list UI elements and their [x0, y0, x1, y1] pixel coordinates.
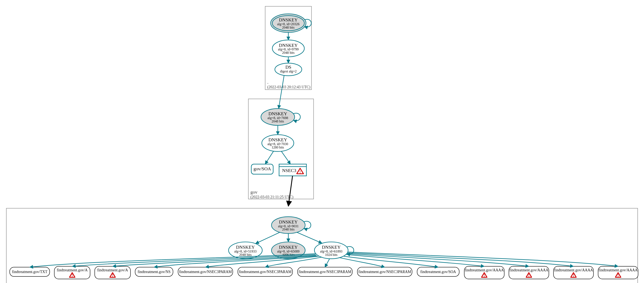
node-gov-nsec3: NSEC3 !: [279, 164, 306, 176]
edge-zskc-aaaa3: [348, 253, 574, 266]
node-root-zsk: DNSKEY alg=8, id=9799 2048 bits: [272, 40, 304, 57]
svg-text:!: !: [484, 274, 485, 278]
svg-text:1280 bits: 1280 bits: [272, 146, 284, 149]
node-gov-soa: gov/SOA: [251, 164, 273, 174]
leaf-aaaa4: findtreatment.gov/AAAA !: [598, 266, 638, 279]
svg-text:findtreatment.gov/NS: findtreatment.gov/NS: [138, 270, 170, 274]
svg-text:findtreatment.gov/AAAA: findtreatment.gov/AAAA: [599, 268, 638, 272]
svg-text:!: !: [573, 274, 574, 278]
svg-text:findtreatment.gov/AAAA: findtreatment.gov/AAAA: [510, 268, 548, 272]
edge-zskc-aaaa4: [348, 252, 618, 266]
edge-zskc-n3p3: [325, 259, 330, 267]
svg-text:DS: DS: [286, 64, 292, 70]
node-root-ds: DS digest alg=2: [275, 63, 302, 76]
svg-text:2048 bits: 2048 bits: [272, 120, 284, 123]
svg-text:!: !: [112, 274, 113, 278]
svg-text:findtreatment.gov/A: findtreatment.gov/A: [97, 268, 128, 272]
svg-text:!: !: [300, 170, 301, 174]
leaf-aaaa1: findtreatment.gov/AAAA !: [464, 266, 504, 279]
svg-text:findtreatment.gov/SOA: findtreatment.gov/SOA: [420, 270, 456, 274]
svg-text:DNSKEY: DNSKEY: [279, 17, 298, 22]
svg-text:!: !: [72, 274, 73, 278]
svg-text:findtreatment.gov/A: findtreatment.gov/A: [57, 268, 88, 272]
leaf-ns: findtreatment.gov/NS: [135, 267, 173, 276]
svg-text:2048 bits: 2048 bits: [239, 253, 252, 256]
leaf-n3p4: findtreatment.gov/NSEC3PARAM: [357, 267, 412, 276]
svg-text:2048 bits: 2048 bits: [282, 228, 294, 231]
svg-text:DNSKEY: DNSKEY: [279, 245, 298, 250]
edge-ft-ksk-zskc: [297, 232, 322, 243]
leaf-aaaa2: findtreatment.gov/AAAA !: [509, 266, 549, 279]
edge-ft-ksk-zska: [256, 232, 280, 244]
svg-text:findtreatment.gov/NSEC3PARAM: findtreatment.gov/NSEC3PARAM: [298, 270, 351, 274]
leaf-a1: findtreatment.gov/A !: [54, 266, 90, 279]
edge-ds-gov-ksk: [279, 76, 284, 109]
leaf-n3p3: findtreatment.gov/NSEC3PARAM: [298, 267, 352, 276]
svg-text:DNSKEY: DNSKEY: [268, 137, 287, 142]
svg-text:findtreatment.gov/NSEC3PARAM: findtreatment.gov/NSEC3PARAM: [358, 270, 411, 274]
leaf-a2: findtreatment.gov/A !: [95, 266, 130, 279]
edge-zskc-n3p4: [339, 258, 384, 267]
svg-text:findtreatment.gov/AAAA: findtreatment.gov/AAAA: [554, 268, 593, 272]
svg-text:findtreatment.gov/TXT: findtreatment.gov/TXT: [12, 270, 48, 274]
edge-gov-zsk-soa: [265, 151, 274, 164]
leaf-n3p1: findtreatment.gov/NSEC3PARAM: [178, 267, 233, 276]
svg-text:2048 bits: 2048 bits: [282, 51, 294, 54]
svg-text:gov/SOA: gov/SOA: [254, 166, 271, 171]
node-ft-zsk-c: DNSKEY alg=8, id=61893 1024 bits: [314, 242, 348, 259]
svg-text:NSEC3: NSEC3: [282, 168, 296, 173]
node-ft-ksk: DNSKEY alg=8, id=9031 2048 bits: [272, 217, 305, 234]
zone-gov-timestamp: (2022-03-03 21:11:25 UTC): [250, 195, 294, 199]
zone-root-label: .: [267, 80, 268, 85]
leaf-n3p2: findtreatment.gov/NSEC3PARAM: [238, 267, 292, 276]
svg-text:2048 bits: 2048 bits: [282, 26, 294, 29]
svg-text:digest alg=2: digest alg=2: [280, 70, 297, 73]
node-gov-ksk: DNSKEY alg=8, id=7698 2048 bits: [261, 109, 295, 126]
leaf-txt: findtreatment.gov/TXT: [10, 267, 50, 276]
dnssec-diagram: . (2022-03-03 20:12:43 UTC) DNSKEY alg=8…: [2, 2, 642, 283]
edge-zskc-ns: [154, 256, 317, 267]
svg-text:DNSKEY: DNSKEY: [236, 245, 255, 250]
edge-gov-zsk-nsec3: [281, 151, 290, 164]
svg-text:DNSKEY: DNSKEY: [268, 111, 287, 116]
node-gov-zsk: DNSKEY alg=8, id=7030 1280 bits: [262, 135, 294, 152]
leaf-aaaa3: findtreatment.gov/AAAA !: [554, 266, 594, 279]
svg-text:DNSKEY: DNSKEY: [279, 43, 298, 48]
zone-root-timestamp: (2022-03-03 20:12:43 UTC): [267, 85, 310, 90]
zone-gov-label: gov: [250, 190, 258, 195]
edge-gov-nsec3-ft: [288, 176, 293, 206]
svg-text:findtreatment.gov/NSEC3PARAM: findtreatment.gov/NSEC3PARAM: [179, 270, 232, 274]
svg-text:DNSKEY: DNSKEY: [322, 245, 341, 250]
svg-text:findtreatment.gov/NSEC3PARAM: findtreatment.gov/NSEC3PARAM: [239, 270, 292, 274]
svg-text:findtreatment.gov/AAAA: findtreatment.gov/AAAA: [465, 268, 504, 272]
svg-text:1024 bits: 1024 bits: [325, 253, 338, 256]
leaf-soa: findtreatment.gov/SOA: [417, 267, 459, 276]
svg-text:!: !: [528, 274, 530, 278]
node-root-ksk: DNSKEY alg=8, id=20326 2048 bits: [270, 14, 306, 32]
svg-text:DNSKEY: DNSKEY: [279, 220, 298, 224]
edge-zskc-a2: [112, 256, 316, 266]
svg-text:!: !: [618, 274, 619, 278]
